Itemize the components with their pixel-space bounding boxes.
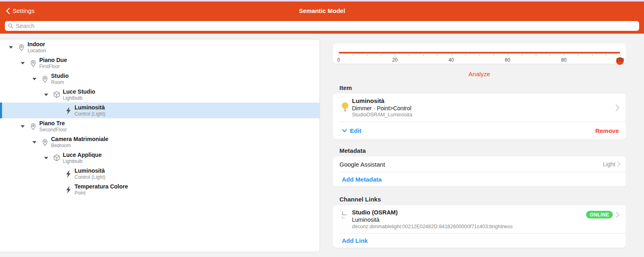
link-icon	[338, 209, 352, 220]
tree-item-temperatura-colore[interactable]: Temperatura ColorePoint	[0, 182, 320, 197]
disclosure-triangle-icon[interactable]	[6, 46, 15, 49]
slider-tick	[339, 54, 339, 56]
tree-item-title: Luminosità	[75, 104, 105, 111]
tree-item-subtitle: SecondFloor	[39, 127, 67, 133]
tree-item-luce-studio[interactable]: Luce StudioLightbulb	[0, 87, 320, 103]
tree-item-subtitle: Bedroom	[51, 143, 109, 148]
detail-panel: 020406080100 Analyze Item Luminosità Dim…	[333, 34, 626, 248]
tree-item-subtitle: Point	[75, 190, 128, 196]
content-area: IndoorLocationPiano DueFirstFloorStudioR…	[0, 34, 644, 257]
tree-item-luminosit-[interactable]: LuminositàControl (Light)	[0, 103, 320, 118]
slider-tick	[564, 54, 564, 56]
slider-tick	[437, 54, 437, 56]
back-button[interactable]: Settings	[6, 7, 34, 14]
slider-tick-label: 0	[337, 57, 340, 63]
slider-tick	[465, 54, 466, 56]
cube-icon	[53, 154, 61, 162]
tree-item-subtitle: FirstFloor	[39, 64, 67, 69]
brightness-slider-card: 020406080100	[333, 43, 626, 64]
channel-links-card: Studio (OSRAM)Luminositàdeconz:dimmablel…	[333, 205, 626, 248]
location-pin-icon	[41, 138, 49, 147]
tree-item-title: Temperatura Colore	[75, 183, 128, 190]
slider-tick	[536, 54, 536, 56]
tree-item-luminosit-[interactable]: LuminositàControl (Light)	[0, 166, 320, 182]
tree-item-title: Piano Due	[39, 57, 67, 63]
slider-track[interactable]	[339, 52, 620, 54]
disclosure-triangle-icon[interactable]	[30, 141, 39, 143]
chevron-down-icon	[342, 129, 347, 133]
navbar: Settings Semantic Model	[0, 2, 644, 34]
search-bar[interactable]	[5, 21, 639, 31]
tree-item-indoor[interactable]: IndoorLocation	[0, 39, 320, 55]
metadata-row[interactable]: Google AssistantLight	[333, 156, 626, 172]
bolt-icon	[66, 186, 71, 194]
location-pin-icon	[29, 122, 37, 131]
tree-item-luce-applique[interactable]: Luce AppliqueLightbulb	[0, 150, 320, 166]
tree-item-camera-matrimoniale[interactable]: Camera MatrimonialeBedroom	[0, 134, 320, 150]
remove-button[interactable]: Remove	[595, 127, 619, 134]
tree-item-title: Luce Applique	[63, 152, 102, 158]
slider-tick-label: 100	[616, 57, 624, 63]
analyze-button[interactable]: Analyze	[333, 71, 626, 77]
disclosure-triangle-icon[interactable]	[42, 94, 51, 96]
slider-tick-label: 80	[561, 57, 566, 63]
slider-tick	[451, 54, 452, 56]
edit-button[interactable]: Edit	[342, 127, 361, 134]
channel-links-section-header: Channel Links	[339, 196, 626, 203]
tree-item-title: Indoor	[28, 41, 46, 47]
slider-tick	[395, 54, 395, 56]
location-pin-icon	[17, 43, 26, 52]
online-status-badge: ONLINE	[586, 211, 613, 218]
lightbulb-icon	[338, 102, 352, 114]
slider-tick-label: 60	[505, 57, 510, 63]
slider-tick-label: 40	[448, 57, 454, 63]
chevron-left-icon	[6, 8, 11, 14]
search-input[interactable]	[16, 23, 636, 29]
back-label: Settings	[13, 7, 34, 14]
channel-link-title: Studio (OSRAM)	[352, 209, 586, 216]
page-title: Semantic Model	[0, 2, 644, 20]
metadata-namespace: Google Assistant	[339, 161, 385, 168]
tree-item-piano-due[interactable]: Piano DueFirstFloor	[0, 55, 320, 71]
item-internal-name: StudioOSRAM_Luminosita	[352, 112, 614, 118]
tree-item-title: Studio	[51, 73, 69, 79]
slider-tick	[493, 54, 494, 56]
slider-tick	[620, 54, 621, 56]
tree-item-title: Luminosità	[75, 167, 105, 174]
tree-item-subtitle: Room	[51, 79, 69, 85]
disclosure-triangle-icon[interactable]	[30, 78, 39, 80]
chevron-right-icon	[615, 212, 620, 218]
channel-uid: deconz:dimmablelight:00212E02482D:841826…	[352, 223, 586, 230]
add-metadata-button[interactable]: Add Metadata	[333, 172, 626, 186]
bolt-icon	[66, 107, 71, 115]
slider-tick	[606, 54, 606, 56]
disclosure-triangle-icon[interactable]	[18, 125, 27, 128]
disclosure-triangle-icon[interactable]	[42, 157, 51, 159]
slider-tick	[381, 54, 381, 56]
item-section-header: Item	[339, 84, 626, 91]
tree-item-subtitle: Location	[28, 48, 46, 54]
tree-item-title: Camera Matrimoniale	[51, 136, 109, 142]
tree-item-subtitle: Control (Light)	[75, 111, 105, 117]
chevron-right-icon	[616, 161, 621, 167]
slider-tick	[353, 54, 353, 56]
tree-item-subtitle: Control (Light)	[75, 174, 105, 180]
tree-item-studio[interactable]: StudioRoom	[0, 71, 320, 87]
item-row[interactable]: Luminosità Dimmer · Point>Control Studio…	[333, 94, 626, 122]
metadata-card: Google AssistantLightAdd Metadata	[333, 156, 626, 186]
slider-tick	[508, 54, 508, 56]
cube-icon	[53, 90, 61, 99]
slider-tick	[592, 54, 593, 56]
item-card: Luminosità Dimmer · Point>Control Studio…	[333, 94, 626, 139]
slider-tick	[522, 54, 522, 56]
item-type: Dimmer · Point>Control	[352, 105, 614, 112]
slider-tick	[578, 54, 578, 56]
tree-item-subtitle: Lightbulb	[63, 95, 95, 101]
add-link-button[interactable]: Add Link	[333, 233, 626, 248]
tree-item-title: Luce Studio	[63, 88, 95, 95]
channel-link-row[interactable]: Studio (OSRAM)Luminositàdeconz:dimmablel…	[333, 205, 626, 233]
slider-tick	[480, 54, 480, 56]
tree-item-title: Piano Tre	[39, 120, 67, 126]
disclosure-triangle-icon[interactable]	[18, 62, 27, 64]
tree-item-piano-tre[interactable]: Piano TreSecondFloor	[0, 118, 320, 134]
